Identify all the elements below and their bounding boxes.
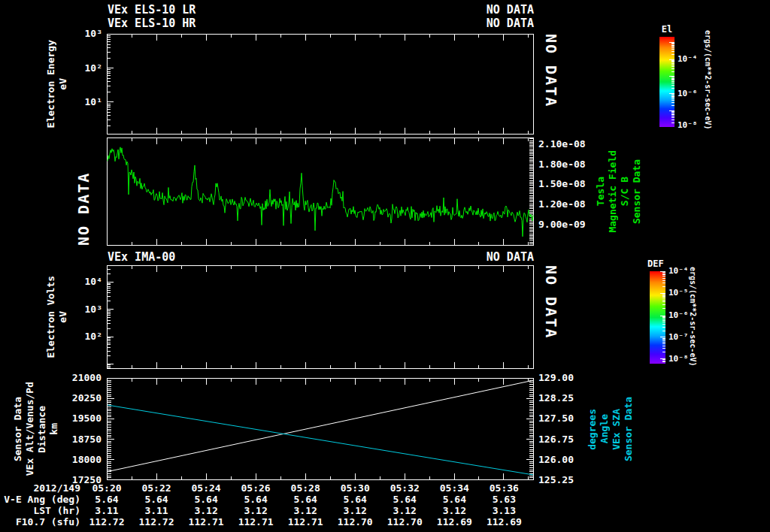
mag-ytick-label: 9.00e-09 — [538, 219, 599, 230]
table-value: 3.12 — [383, 506, 426, 516]
ima-nodata-top: NO DATA — [376, 251, 534, 264]
ima-ytick-label: 10⁴ — [72, 277, 102, 287]
table-value: 5.64 — [383, 494, 426, 505]
table-value: 5.64 — [284, 494, 326, 505]
magnetic-field-trace — [108, 147, 533, 237]
orbit-left-tick-label: 18750 — [41, 434, 102, 445]
mag-ytick-label: 2.10e-08 — [538, 139, 599, 150]
orbit-left-tick-label: 18000 — [41, 455, 102, 465]
time-label: 05:26 — [238, 483, 274, 494]
els-hr-title: VEx ELS-10 HR — [108, 17, 196, 30]
time-label: 05:24 — [188, 483, 224, 494]
table-value: 112.72 — [135, 517, 177, 527]
table-value: 3.12 — [433, 506, 475, 516]
table-value: 112.71 — [284, 517, 326, 527]
sza-right-tick-label: 125.25 — [538, 475, 599, 485]
time-label: 05:30 — [337, 483, 373, 494]
vex-data-display: VEx ELS-10 LR VEx ELS-10 HR NO DATA NO D… — [0, 0, 770, 532]
table-value: 5.64 — [86, 494, 128, 505]
ima-spectrogram-plot — [107, 265, 534, 369]
ima-colorbar-ticks — [650, 271, 665, 364]
time-label: 05:22 — [138, 483, 174, 494]
ima-colorbar-tick-label: 10⁻⁷ — [668, 333, 694, 342]
table-value: 5.64 — [235, 494, 277, 505]
ima-colorbar-tick-label: 10⁻⁵ — [668, 289, 694, 298]
mag-label-scb: S/C B — [620, 177, 630, 206]
els-spectrogram-plot — [107, 34, 534, 135]
ima-ytick-label: 10² — [72, 331, 102, 342]
els-ytick-label: 10¹ — [72, 97, 102, 107]
orbit-left-tick-label: 19500 — [41, 413, 102, 424]
table-value: 3.11 — [135, 506, 177, 516]
magnetic-field-plot — [107, 138, 534, 246]
orbit-left-label-group: Sensor Data VEx Alt/Venus/Pd Distance km — [11, 376, 62, 482]
orbit-plot — [107, 378, 534, 480]
els-colorbar-ticks — [659, 37, 675, 127]
sza-right-tick-label: 126.00 — [538, 455, 599, 465]
table-value: 112.71 — [185, 517, 227, 527]
row-label-lst: LST (hr) — [0, 506, 80, 516]
sza-right-tick-label: 129.00 — [538, 373, 599, 383]
ima-colorbar-tick-label: 10⁻⁴ — [668, 267, 694, 276]
els-ylabel: Electron Energy — [46, 40, 56, 128]
els-ytick-label: 10² — [72, 63, 102, 74]
ima-colorbar-tick-label: 10⁻⁸ — [668, 355, 694, 364]
ima-title: VEx IMA-00 — [108, 251, 175, 264]
mag-right-label-group: Sensor Data S/C B Magnetic Field Tesla — [596, 138, 641, 246]
sza-label-vex-sza: VEx SZA — [611, 409, 622, 450]
table-value: 3.12 — [185, 506, 227, 516]
table-value: 5.64 — [135, 494, 177, 505]
els-colorbar-tick-label: 10⁻⁶ — [678, 89, 703, 98]
ima-yunit: eV — [58, 311, 68, 323]
table-value: 5.64 — [433, 494, 475, 505]
els-ytick-label: 10³ — [72, 29, 102, 39]
sza-right-tick-label: 126.75 — [538, 434, 599, 445]
sza-right-tick-label: 128.25 — [538, 393, 599, 404]
orbit-label-alt: VEx Alt/Venus/Pd — [25, 382, 35, 476]
mag-label-magnetic-field: Magnetic Field — [608, 150, 618, 233]
els-ylabel-group: Electron Energy eV — [44, 34, 71, 135]
table-value: 3.13 — [483, 506, 525, 516]
orbit-left-tick-label: 21000 — [41, 373, 102, 383]
mag-ytick-label: 1.50e-08 — [538, 179, 599, 189]
table-value: 112.69 — [433, 517, 475, 527]
orbit-label-distance: Distance — [37, 406, 47, 453]
time-label: 05:20 — [89, 483, 125, 494]
els-yunit: eV — [58, 78, 68, 90]
els-colorbar-tick-label: 10⁻⁸ — [678, 121, 703, 130]
table-value: 3.12 — [334, 506, 376, 516]
els-nodata-side: NO DATA — [543, 34, 559, 135]
els-colorbar-title: El — [656, 25, 678, 35]
ima-ylabel-group: Electron Volts eV — [44, 265, 71, 369]
orbit-left-tick-label: 20250 — [41, 393, 102, 404]
els-hr-nodata: NO DATA — [376, 17, 534, 30]
ima-ytick-label: 10³ — [72, 304, 102, 315]
sza-label-angle: Angle — [599, 414, 610, 443]
table-value: 112.70 — [383, 517, 426, 527]
ima-colorbar-tick-label: 10⁻⁶ — [668, 311, 694, 320]
table-value: 112.70 — [334, 517, 376, 527]
els-colorbar-tick-label: 10⁻⁴ — [678, 55, 703, 64]
row-label-f107: F10.7 (sfu) — [0, 517, 80, 527]
orbit-label-sensor-data: Sensor Data — [13, 397, 23, 461]
table-value: 5.63 — [483, 494, 525, 505]
table-value: 3.12 — [235, 506, 277, 516]
table-value: 3.12 — [284, 506, 326, 516]
time-label: 05:36 — [486, 483, 522, 494]
sza-label-sensor-data: Sensor Data — [623, 397, 634, 461]
time-label: 05:28 — [287, 483, 323, 494]
sza-line — [108, 405, 533, 475]
els-lr-nodata: NO DATA — [376, 4, 534, 17]
mag-ytick-label: 1.20e-08 — [538, 199, 599, 210]
els-colorbar-unit: ergs/(cm**2-sr-sec-eV) — [704, 30, 712, 135]
altitude-line — [108, 380, 533, 471]
els-lr-title: VEx ELS-10 LR — [108, 4, 196, 17]
table-value: 112.69 — [483, 517, 525, 527]
time-label: 05:32 — [387, 483, 423, 494]
table-value: 5.64 — [334, 494, 376, 505]
time-label: 05:34 — [436, 483, 472, 494]
ima-ylabel: Electron Volts — [46, 276, 56, 358]
table-value: 112.72 — [86, 517, 128, 527]
table-value: 5.64 — [185, 494, 227, 505]
row-label-ve-ang: V-E Ang (deg) — [0, 494, 80, 505]
